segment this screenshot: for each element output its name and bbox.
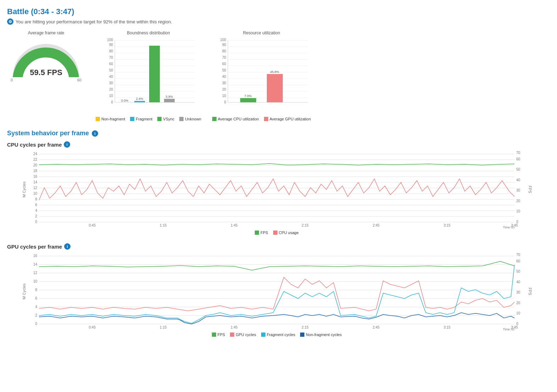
svg-text:80: 80 (109, 49, 113, 53)
svg-text:FPS: FPS (528, 288, 532, 295)
svg-text:12: 12 (33, 186, 38, 190)
svg-rect-53 (240, 98, 256, 102)
svg-text:14: 14 (33, 180, 38, 184)
boundness-chart-title: Boundness distribution (127, 30, 170, 35)
svg-text:70: 70 (516, 151, 521, 155)
svg-text:2.4%: 2.4% (136, 97, 144, 101)
page-title: Battle (0:34 - 3:47) (7, 7, 550, 16)
svg-text:20: 20 (516, 301, 521, 305)
gauge-label: Average frame rate (28, 30, 64, 35)
svg-text:1:45: 1:45 (231, 325, 238, 329)
svg-text:40: 40 (516, 280, 521, 284)
svg-text:50: 50 (109, 68, 113, 72)
svg-text:16: 16 (33, 175, 38, 178)
svg-text:M Cycles: M Cycles (22, 283, 26, 300)
svg-text:22: 22 (33, 158, 38, 161)
svg-text:0: 0 (35, 220, 37, 224)
svg-text:80: 80 (222, 49, 226, 53)
svg-text:0: 0 (35, 322, 37, 326)
svg-text:3:15: 3:15 (444, 223, 451, 227)
svg-text:40: 40 (109, 75, 113, 79)
svg-rect-27 (149, 46, 160, 102)
svg-text:6: 6 (35, 296, 37, 300)
svg-text:2:15: 2:15 (302, 325, 309, 329)
system-info-icon: i (92, 130, 98, 137)
svg-text:50: 50 (516, 167, 521, 171)
cpu-chart-block: CPU cycles per frame i 0 2 (7, 141, 550, 235)
svg-text:0: 0 (224, 100, 226, 104)
svg-text:70: 70 (222, 56, 226, 59)
svg-text:10: 10 (33, 279, 38, 283)
gpu-chart-svg: 0 2 4 6 8 10 12 14 16 M Cycles 0 10 20 3… (21, 252, 532, 330)
svg-text:Time (s): Time (s) (503, 226, 514, 228)
svg-text:4: 4 (35, 305, 37, 309)
svg-rect-55 (267, 74, 283, 102)
svg-text:8: 8 (35, 288, 37, 292)
svg-text:2:15: 2:15 (302, 223, 309, 227)
svg-text:60: 60 (516, 157, 521, 161)
gpu-info-icon: i (64, 243, 71, 250)
svg-text:12: 12 (33, 271, 38, 275)
resource-chart-section: Resource utilization 0 10 20 30 40 50 60… (212, 30, 311, 121)
svg-text:5.8%: 5.8% (166, 95, 173, 98)
gpu-chart-block: GPU cycles per frame i 0 2 4 6 8 10 12 (7, 243, 550, 337)
svg-text:30: 30 (109, 81, 113, 85)
svg-text:8: 8 (35, 197, 37, 201)
svg-text:4: 4 (35, 209, 37, 212)
svg-text:30: 30 (516, 290, 521, 294)
svg-text:90: 90 (109, 43, 113, 47)
svg-text:60: 60 (516, 259, 521, 263)
gauge-container: 59.5 FPS (11, 38, 81, 77)
gpu-chart-title: GPU cycles per frame i (7, 243, 550, 250)
svg-text:30: 30 (222, 81, 226, 85)
svg-text:20: 20 (109, 87, 113, 91)
svg-text:10: 10 (516, 311, 521, 315)
svg-text:0.0%: 0.0% (121, 99, 129, 102)
gauge-value: 59.5 FPS (30, 68, 62, 77)
svg-text:20: 20 (33, 163, 38, 167)
svg-text:50: 50 (222, 68, 226, 72)
gpu-legend: FPS GPU cycles Fragment cycles Non-fragm… (21, 333, 532, 337)
svg-text:10: 10 (33, 192, 38, 195)
svg-text:7.0%: 7.0% (244, 94, 252, 98)
svg-text:0:45: 0:45 (89, 325, 96, 329)
svg-rect-57 (21, 150, 532, 228)
svg-text:40: 40 (222, 75, 226, 79)
svg-text:3:15: 3:15 (444, 325, 451, 329)
svg-rect-102 (21, 252, 532, 330)
svg-text:50: 50 (516, 269, 521, 273)
svg-text:24: 24 (33, 152, 38, 156)
svg-text:18: 18 (33, 169, 38, 173)
cpu-chart-title: CPU cycles per frame i (7, 141, 550, 148)
resource-chart-title: Resource utilization (243, 30, 280, 35)
svg-text:100: 100 (220, 38, 226, 42)
boundness-chart-section: Boundness distribution 0 10 20 30 40 50 … (96, 30, 201, 121)
svg-rect-28 (164, 99, 175, 102)
cpu-info-icon: i (64, 141, 70, 148)
svg-text:0:45: 0:45 (89, 223, 96, 227)
svg-text:90: 90 (222, 43, 226, 47)
resource-chart-svg: 0 10 20 30 40 50 60 70 80 90 100 (212, 37, 311, 115)
cpu-chart-svg: 0 2 4 6 8 10 12 14 16 18 20 22 24 M Cycl… (21, 150, 532, 228)
svg-text:2: 2 (35, 313, 37, 317)
svg-text:2: 2 (35, 214, 37, 218)
svg-text:100: 100 (107, 38, 113, 42)
svg-text:16: 16 (33, 254, 38, 258)
svg-text:60: 60 (222, 62, 226, 66)
svg-text:45.8%: 45.8% (270, 70, 279, 74)
svg-text:0: 0 (111, 100, 113, 104)
svg-text:10: 10 (109, 94, 113, 98)
boundness-chart-svg: 0 10 20 30 40 50 60 70 80 90 100 (99, 37, 198, 115)
svg-text:1:45: 1:45 (231, 223, 238, 227)
svg-rect-25 (134, 101, 145, 102)
svg-text:1:15: 1:15 (160, 325, 167, 329)
info-icon: ⚙ (7, 18, 13, 25)
svg-text:2:45: 2:45 (373, 325, 380, 329)
svg-text:70: 70 (516, 253, 521, 257)
svg-text:2:45: 2:45 (373, 223, 380, 227)
svg-text:1:15: 1:15 (160, 223, 167, 227)
gauge-range: 0 60 (11, 78, 81, 82)
svg-text:6: 6 (35, 203, 37, 207)
svg-text:60: 60 (109, 62, 113, 66)
svg-text:20: 20 (516, 199, 521, 203)
